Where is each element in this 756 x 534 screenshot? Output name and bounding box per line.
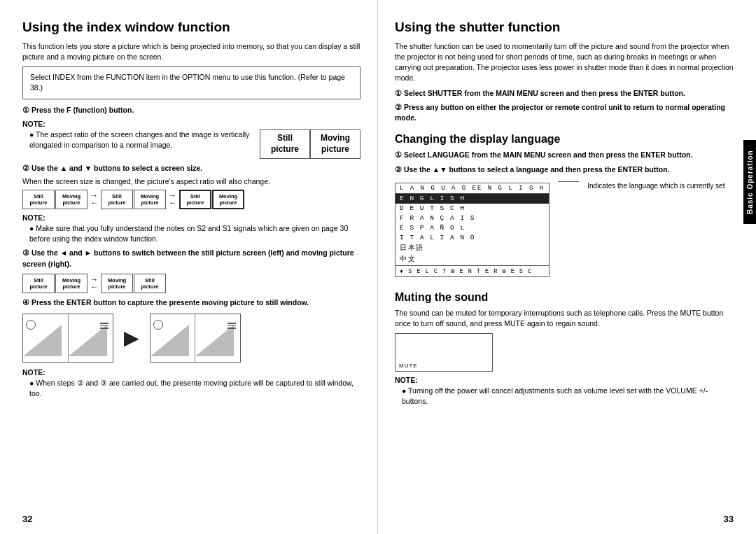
arrow-right-1: → →: [90, 191, 98, 208]
lang-row-japanese: 日本語: [396, 243, 549, 254]
right-step2: ② Press any button on either the project…: [395, 102, 734, 123]
still-picture-box: Still picture: [260, 129, 310, 159]
step2: ② Use the ▲ and ▼ buttons to select a sc…: [22, 163, 360, 174]
right-note-label: NOTE:: [395, 376, 734, 384]
capture-box-after: [150, 314, 241, 363]
triangle-still-2: [150, 325, 189, 356]
left-title: Using the index window function: [22, 20, 360, 36]
right-note-4: Turning off the power will cancel adjust…: [395, 386, 734, 406]
triangle-still-1: [23, 325, 62, 356]
lang-row-deutsch: D E U T S C H: [396, 204, 549, 213]
note-label-2: NOTE:: [22, 213, 360, 222]
note-label-1: NOTE:: [22, 120, 360, 128]
triangle-moving-2: [195, 325, 234, 356]
right-title-3: Muting the sound: [395, 291, 734, 304]
page-number-left: 32: [22, 514, 32, 524]
right-intro-1: The shutter function can be used to mome…: [395, 41, 734, 84]
big-arrow-icon: ►: [119, 323, 144, 353]
sm-small-still-5: Stillpicture: [134, 274, 166, 293]
language-diagram: L A N G U A G E E N G L I S H E N G L I …: [395, 178, 734, 281]
arrow-right-3: → →: [90, 275, 98, 292]
lang-table-header: L A N G U A G E E N G L I S H: [396, 183, 549, 194]
right-page: Using the shutter function The shutter f…: [378, 0, 756, 534]
sm-small-moving-4: Movingpicture: [55, 274, 88, 293]
lang-row-francais: F R A N Ç A I S: [396, 213, 549, 223]
lang-table-footer: ♦ S E L C T ⊞ E N T E R ⊞ E S C: [396, 265, 549, 276]
lang-row-espanol: E S P A Ñ O L: [396, 223, 549, 233]
sm-small-still-2: Stillpicture: [101, 190, 133, 209]
step4: ④ Press the ENTER button to capture the …: [22, 297, 360, 308]
mute-box: MUTE: [395, 333, 493, 372]
sm-small-moving-5: Movingpicture: [101, 274, 133, 293]
lang-row-english: E N G L I S H: [396, 194, 549, 204]
left-intro: This function lets you store a picture w…: [22, 41, 360, 62]
sm-small-still-1: Stillpicture: [22, 190, 55, 209]
sm-small-moving-2: Movingpicture: [134, 190, 166, 209]
note-2: Make sure that you fully understand the …: [22, 223, 360, 244]
sm-small-moving-1: Movingpicture: [55, 190, 88, 209]
lang-note: Indicates the language which is currentl…: [587, 181, 724, 191]
right-title-2: Changing the display language: [395, 133, 734, 146]
sm-small-moving-3: Movingpicture: [212, 190, 244, 209]
lang-row-chinese: 中文: [396, 254, 549, 265]
triangle-moving-1: [69, 325, 107, 356]
sidebar-tab: Basic Operation: [743, 140, 756, 224]
language-table: L A N G U A G E E N G L I S H E N G L I …: [395, 183, 550, 277]
note-label-3: NOTE:: [22, 368, 360, 377]
right-step4: ② Use the ▲▼ buttons to select a languag…: [395, 164, 734, 175]
bordered-instruction: Select INDEX from the FUNCTION item in t…: [22, 66, 360, 99]
note-3: When steps ② and ③ are carried out, the …: [22, 378, 360, 398]
right-intro-3: The sound can be muted for temporary int…: [395, 308, 734, 329]
page-number-right: 33: [724, 514, 734, 524]
diagram-row-step2: Stillpicture Movingpicture → → Stillpict…: [22, 190, 360, 209]
diagram-row-step3: Stillpicture Movingpicture → → Movingpic…: [22, 274, 360, 293]
lines-icon-1: [100, 323, 108, 329]
lines-icon-2: [227, 323, 236, 329]
sm-small-still-3: Stillpicture: [179, 190, 211, 209]
capture-half-left: [23, 314, 69, 362]
right-step1: ① Select SHUTTER from the MAIN MENU scre…: [395, 88, 734, 99]
capture-diagram: ►: [22, 314, 360, 363]
step1: ① Press the F (function) button.: [22, 105, 360, 115]
moving-picture-box: Moving picture: [310, 129, 360, 159]
capture-box-before: [22, 314, 113, 363]
step2-note: When the screen size is changed, the pic…: [22, 177, 360, 185]
arrow-right-2: → →: [169, 191, 176, 208]
left-page: Using the index window function This fun…: [0, 0, 378, 534]
capture-half-left-after: [150, 314, 196, 362]
lang-row-italiano: I T A L I A N O: [396, 233, 549, 243]
capture-half-right: [69, 314, 113, 362]
right-step3: ① Select LANGUAGE from the MAIN MENU scr…: [395, 150, 734, 160]
capture-half-right-after: [195, 314, 240, 362]
sm-small-still-4: Stillpicture: [22, 274, 55, 293]
step3: ③ Use the ◄ and ► buttons to switch betw…: [22, 248, 360, 269]
note-1: The aspect ratio of the screen changes a…: [22, 129, 253, 150]
right-title-1: Using the shutter function: [395, 20, 734, 36]
